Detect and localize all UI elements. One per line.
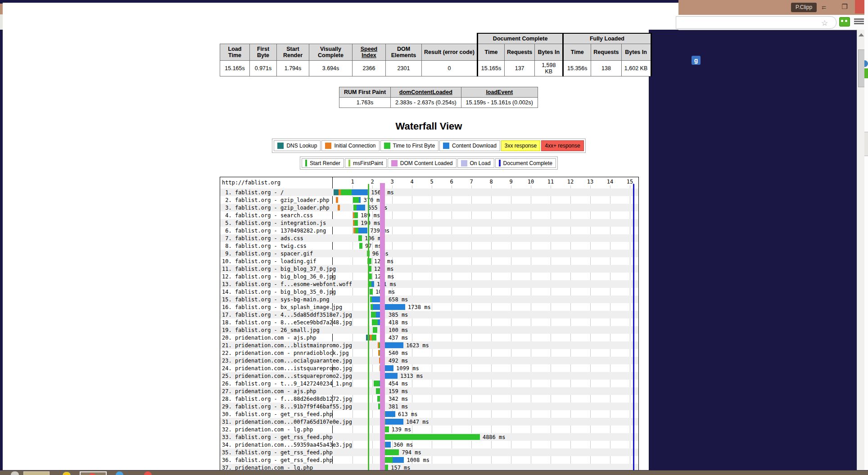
request-time-label: 1099 ms bbox=[396, 365, 419, 372]
restore-button[interactable]: ❐ bbox=[834, 0, 855, 13]
legend-swatch-icon bbox=[348, 160, 350, 166]
taskbar-blue-icon[interactable] bbox=[116, 471, 123, 475]
summary-column-header: Bytes In bbox=[621, 44, 651, 61]
scrollbar-thumb[interactable] bbox=[858, 49, 865, 87]
axis-tick-label: 13 bbox=[583, 179, 597, 185]
request-label: 21. pridenation.com...blistmainpromo.jpg bbox=[222, 342, 352, 349]
request-bar-ttfb bbox=[370, 289, 373, 295]
request-time-label: 492 ms bbox=[389, 358, 408, 364]
request-label: 2. fablist.org - gzip_loader.php bbox=[222, 197, 329, 203]
request-label: 5. fablist.org - integration.js bbox=[222, 220, 326, 226]
request-label: 7. fablist.org - ads.css bbox=[222, 235, 303, 242]
request-bar-ttfb bbox=[354, 212, 358, 218]
legend-item: DNS Lookup bbox=[274, 140, 321, 151]
waterfall-row: 34. pridenation.com...59359aa45a43e3.jpg… bbox=[220, 441, 638, 448]
page-background-notch bbox=[678, 30, 857, 38]
address-bar[interactable]: ☆ bbox=[676, 16, 836, 29]
request-bar-download bbox=[385, 419, 403, 425]
waterfall-row: 15. fablist.org - sys-bg-main.png658 ms bbox=[220, 296, 638, 303]
window-titlebar[interactable]: P.Clipp ⇽ – ❐ × bbox=[678, 0, 868, 15]
summary-value: 1,602 KB bbox=[621, 61, 651, 76]
taskbar-red-icon[interactable] bbox=[144, 471, 152, 475]
request-label: 11. fablist.org - big_blog_37_0.jpg bbox=[222, 266, 336, 272]
taskbar-yellow-icon[interactable] bbox=[62, 471, 71, 475]
axis-tick-label: 5 bbox=[425, 179, 439, 185]
axis-tick-label: 9 bbox=[504, 179, 518, 185]
summary-column-header[interactable]: Speed Index bbox=[353, 44, 386, 61]
edge-blue-fragment-icon bbox=[864, 60, 868, 67]
browser-toolbar: ☆ bbox=[678, 15, 868, 30]
screen-right-edge bbox=[864, 0, 868, 475]
waterfall-row: 4. fablist.org - search.css189 ms bbox=[220, 211, 638, 219]
roboform-extension-icon[interactable] bbox=[839, 17, 850, 27]
summary-value: 2301 bbox=[386, 61, 422, 76]
waterfall-row: 16. fablist.org - bx_splash_image.jpg173… bbox=[220, 303, 638, 311]
request-bar-ttfb bbox=[358, 235, 362, 241]
summary-value: 1,598 KB bbox=[535, 61, 563, 76]
vertical-scrollbar[interactable] bbox=[857, 30, 865, 470]
request-time-label: 139 ms bbox=[392, 426, 411, 433]
axis-tick-label: 10 bbox=[524, 179, 538, 185]
legend-label: DOM Content Loaded bbox=[400, 160, 453, 166]
request-bar-download bbox=[385, 442, 391, 448]
axis-tick-label: 1 bbox=[346, 179, 359, 185]
summary-group-spacer bbox=[220, 33, 478, 44]
request-label: 34. pridenation.com...59359aa45a43e3.jpg bbox=[222, 442, 352, 448]
event-legend: Start RendermsFirstPaintDOM Content Load… bbox=[220, 157, 638, 170]
request-label: 4. fablist.org - search.css bbox=[222, 212, 313, 219]
rum-column-header[interactable]: domContentLoaded bbox=[391, 87, 461, 98]
waterfall-row: 20. pridenation.com - ajs.php437 ms bbox=[220, 334, 638, 341]
waterfall-row: 32. pridenation.com - lg.php139 ms bbox=[220, 426, 638, 433]
rum-value: 2.383s - 2.637s (0.254s) bbox=[391, 98, 461, 108]
request-label: 16. fablist.org - bx_splash_image.jpg bbox=[222, 304, 342, 310]
request-label: 32. pridenation.com - lg.php bbox=[222, 426, 313, 433]
request-label: 20. pridenation.com - ajs.php bbox=[222, 335, 316, 341]
waterfall-row: 6. fablist.org - 1370498282.png739 ms bbox=[220, 227, 638, 234]
summary-group-header: Fully Loaded bbox=[563, 33, 651, 44]
request-time-label: 100 ms bbox=[389, 327, 408, 333]
summary-column-header: Result (error code) bbox=[422, 44, 478, 61]
waterfall-row: 7. fablist.org - ads.css106 ms bbox=[220, 234, 638, 242]
request-bar-download bbox=[385, 411, 395, 417]
axis-tick-label: 11 bbox=[544, 179, 557, 185]
legend-label: DNS Lookup bbox=[286, 143, 317, 149]
request-time-label: 385 ms bbox=[389, 312, 408, 318]
taskbar[interactable] bbox=[0, 470, 868, 475]
edge-green-fragment-icon bbox=[864, 68, 868, 78]
request-time-label: 100 ms bbox=[375, 289, 395, 295]
rum-column-header[interactable]: loadEvent bbox=[461, 87, 538, 98]
request-label: 31. pridenation.com...00f7a65d107e0e.jpg bbox=[222, 419, 352, 425]
legend-item: Start Render bbox=[302, 158, 344, 168]
waterfall-row: 10. fablist.org - loading.gif124 ms bbox=[220, 257, 638, 265]
request-time-label: 1623 ms bbox=[406, 342, 429, 349]
bookmark-star-icon[interactable]: ☆ bbox=[821, 18, 828, 28]
waterfall-row: 14. fablist.org - big_blog_35_0.jpg100 m… bbox=[220, 288, 638, 296]
request-bar-ttfb bbox=[359, 243, 362, 249]
request-label: 25. pridenation.com...stsquarepromo2.jpg bbox=[222, 373, 352, 379]
request-label: 29. fablist.org - 8...91b7f9f46baf55.jpg bbox=[222, 403, 352, 410]
legend-item: DOM Content Loaded bbox=[388, 158, 457, 168]
request-bar-ttfb bbox=[353, 205, 357, 211]
legend-label: Initial Connection bbox=[334, 143, 375, 149]
request-label: 35. fablist.org - get_rss_feed.php bbox=[222, 449, 333, 456]
summary-column-header: Start Render bbox=[277, 44, 309, 61]
waterfall-row: 36. fablist.org - get_rss_feed.php1008 m… bbox=[220, 456, 638, 464]
taskbar-grey-icon[interactable] bbox=[11, 471, 19, 475]
waterfall-row: 28. fablist.org - f...88d26ed8db1272.jpg… bbox=[220, 395, 638, 403]
taskbar-beige-button[interactable] bbox=[23, 471, 50, 475]
minimize-button[interactable]: – bbox=[814, 0, 834, 13]
request-bar-dns bbox=[334, 189, 339, 195]
legend-item: 4xx+ response bbox=[541, 140, 583, 151]
legend-swatch-icon bbox=[391, 160, 398, 166]
request-label: 9. fablist.org - spacer.gif bbox=[222, 251, 313, 257]
request-time-label: 418 ms bbox=[389, 319, 408, 326]
request-bar-ttfb bbox=[373, 327, 377, 333]
scroll-up-arrow-icon[interactable] bbox=[859, 33, 864, 36]
waterfall-row: 21. pridenation.com...blistmainpromo.jpg… bbox=[220, 341, 638, 349]
taskbar-active-button[interactable] bbox=[80, 471, 107, 475]
menu-hamburger-icon[interactable] bbox=[854, 18, 864, 26]
summary-group-header: Document Complete bbox=[478, 33, 563, 44]
summary-column-header: Time bbox=[478, 44, 505, 61]
axis-tick-label: 8 bbox=[484, 179, 498, 185]
summary-column-header: Bytes In bbox=[535, 44, 563, 61]
